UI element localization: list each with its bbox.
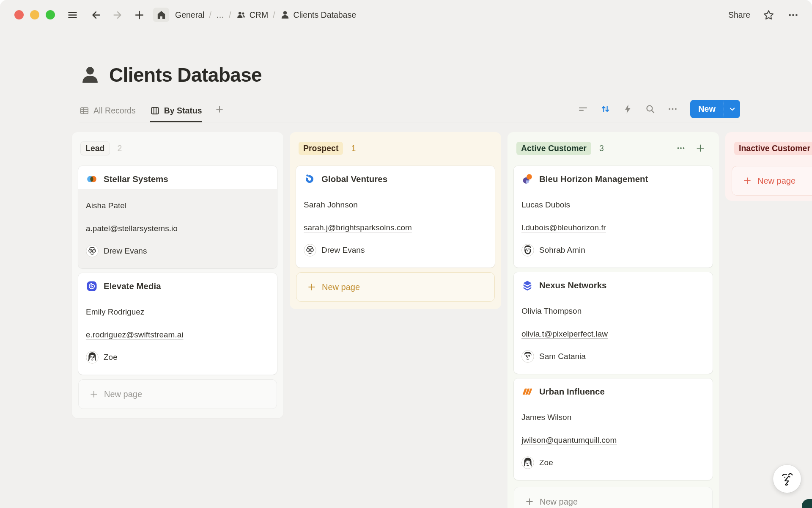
breadcrumb-workspace[interactable]: General	[175, 10, 204, 20]
card-title: Global Ventures	[321, 174, 387, 184]
view-bar: All Records By Status	[80, 100, 740, 122]
new-page-button-inactive[interactable]: New page	[732, 166, 812, 196]
blue-spiral-logo-icon	[86, 280, 98, 292]
breadcrumb-current-page[interactable]: Clients Database	[280, 10, 357, 20]
contact-email: e.rodriguez@swiftstream.ai	[86, 329, 269, 341]
board-icon	[150, 106, 160, 116]
column-active-customer: Active Customer 3 Bleu Horizon Mana	[508, 132, 719, 508]
minimize-window-button[interactable]	[30, 10, 39, 19]
contact-name: Sarah Johnson	[304, 199, 487, 211]
contact-email: jwilson@quantumquill.com	[521, 434, 705, 446]
column-add-icon[interactable]	[695, 143, 706, 154]
orange-stripes-logo-icon	[521, 386, 533, 398]
card-title: Urban Influence	[539, 387, 605, 397]
assigned-person: Sam Catania	[521, 350, 705, 363]
column-more-icon[interactable]	[675, 143, 686, 154]
avatar-man-short-hair	[521, 350, 534, 363]
contact-email: olivia.t@pixelperfect.law	[521, 328, 705, 340]
assigned-person: Zoe	[86, 351, 269, 364]
breadcrumb-separator: /	[273, 10, 275, 20]
column-header: Lead 2	[78, 141, 277, 156]
breadcrumb-crm[interactable]: CRM	[236, 10, 268, 20]
lightning-icon[interactable]	[622, 103, 634, 115]
plus-icon	[743, 176, 752, 185]
person-icon	[280, 10, 290, 20]
contact-name: James Wilson	[521, 411, 705, 423]
status-chip-prospect[interactable]: Prospect	[299, 142, 343, 155]
person-name: Drew Evans	[321, 244, 365, 256]
contact-name: Emily Rodriguez	[86, 306, 269, 318]
new-tab-icon[interactable]	[133, 8, 145, 21]
tab-all-records[interactable]: All Records	[80, 106, 136, 122]
search-icon[interactable]	[645, 103, 656, 115]
tab-by-status[interactable]: By Status	[150, 106, 202, 122]
breadcrumb-separator: /	[209, 10, 211, 20]
column-lead: Lead 2 Stellar Systems Aisha Patel a.pat…	[72, 132, 283, 418]
orange-purple-circles-logo-icon	[521, 173, 533, 185]
home-icon[interactable]	[153, 8, 169, 22]
favorite-star-icon[interactable]	[762, 8, 775, 21]
page-person-icon	[80, 64, 101, 86]
forward-icon[interactable]	[111, 8, 123, 21]
breadcrumb-collapsed[interactable]: …	[216, 10, 225, 20]
client-card-global-ventures[interactable]: Global Ventures Sarah Johnson sarah.j@br…	[296, 166, 495, 268]
indigo-stack-logo-icon	[521, 279, 533, 291]
new-page-button-prospect[interactable]: New page	[296, 272, 495, 302]
column-count: 2	[118, 144, 122, 153]
contact-email: l.dubois@bleuhorizon.fr	[521, 222, 705, 234]
person-name: Zoe	[104, 351, 118, 363]
app-window: General / … / CRM / Clients Database Sha…	[0, 0, 812, 508]
column-header: Active Customer 3	[514, 141, 713, 156]
new-record-button[interactable]: New	[690, 100, 740, 118]
contact-name: Olivia Thompson	[521, 305, 705, 317]
status-chip-inactive-customer[interactable]: Inactive Customer	[734, 142, 812, 155]
plus-icon	[307, 282, 316, 292]
person-name: Zoe	[539, 457, 553, 469]
column-header: Prospect 1	[296, 141, 495, 156]
share-button[interactable]: Share	[728, 10, 750, 20]
column-prospect: Prospect 1 Global Ventures Sarah Johnson…	[290, 132, 501, 309]
client-card-urban-influence[interactable]: Urban Influence James Wilson jwilson@qua…	[514, 378, 713, 480]
person-name: Sam Catania	[539, 351, 586, 362]
assigned-person: Sohrab Amin	[521, 244, 705, 257]
client-card-stellar-systems[interactable]: Stellar Systems Aisha Patel a.patel@stel…	[78, 166, 277, 268]
titlebar-actions: Share	[728, 8, 799, 21]
blue-ring-logo-icon	[304, 173, 315, 185]
view-more-icon[interactable]	[667, 103, 679, 115]
table-icon	[80, 106, 89, 116]
sidebar-menu-icon[interactable]	[66, 8, 79, 21]
venn-circles-logo-icon	[86, 173, 98, 185]
contact-name: Aisha Patel	[86, 200, 269, 212]
breadcrumb-separator: /	[229, 10, 231, 20]
sort-icon[interactable]	[600, 103, 612, 115]
zoom-window-button[interactable]	[46, 10, 55, 19]
column-count: 1	[351, 144, 356, 153]
card-title: Stellar Systems	[104, 174, 168, 184]
page-more-icon[interactable]	[787, 8, 799, 21]
new-page-button-lead[interactable]: New page	[78, 379, 277, 409]
page-header: Clients Database	[80, 64, 812, 86]
close-window-button[interactable]	[14, 10, 24, 19]
client-card-nexus-networks[interactable]: Nexus Networks Olivia Thompson olivia.t@…	[514, 272, 713, 374]
status-chip-lead[interactable]: Lead	[81, 142, 110, 155]
new-button-label[interactable]: New	[690, 100, 724, 118]
person-name: Sohrab Amin	[539, 244, 585, 256]
plus-icon	[525, 497, 534, 506]
add-view-icon[interactable]	[215, 105, 224, 122]
filter-icon[interactable]	[577, 103, 589, 115]
page-title[interactable]: Clients Database	[109, 64, 262, 86]
avatar-woman-long-hair	[86, 351, 99, 364]
column-header: Inactive Customer	[732, 141, 812, 156]
breadcrumb: General / … / CRM / Clients Database	[175, 10, 356, 20]
client-card-bleu-horizon[interactable]: Bleu Horizon Management Lucas Dubois l.d…	[514, 166, 713, 268]
assistant-face-button[interactable]	[773, 465, 801, 493]
card-title: Elevate Media	[104, 281, 161, 291]
status-chip-active-customer[interactable]: Active Customer	[516, 142, 591, 155]
card-title: Bleu Horizon Management	[539, 174, 648, 184]
client-card-elevate-media[interactable]: Elevate Media Emily Rodriguez e.rodrigue…	[78, 273, 277, 375]
back-icon[interactable]	[90, 8, 102, 21]
new-button-dropdown[interactable]	[724, 100, 740, 118]
kanban-board: Lead 2 Stellar Systems Aisha Patel a.pat…	[72, 132, 812, 508]
chevron-down-icon	[728, 105, 736, 113]
new-page-button-active[interactable]: New page	[514, 487, 713, 508]
